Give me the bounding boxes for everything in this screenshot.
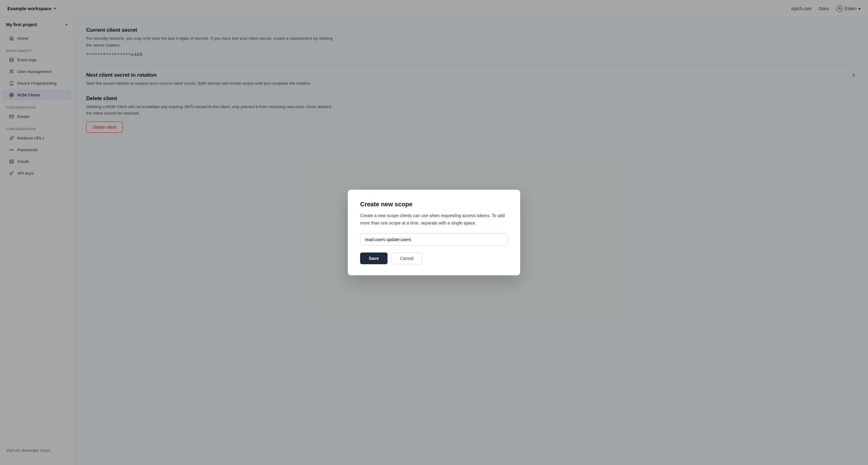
save-button[interactable]: Save (360, 253, 388, 264)
modal-description: Create a new scope clients can use when … (360, 212, 508, 226)
modal-title: Create new scope (360, 201, 508, 208)
scope-input[interactable] (360, 233, 508, 246)
cancel-button[interactable]: Cancel (391, 253, 423, 264)
modal-actions: Save Cancel (360, 253, 508, 264)
modal-overlay[interactable]: Create new scope Create a new scope clie… (0, 0, 868, 465)
create-scope-modal: Create new scope Create a new scope clie… (348, 190, 520, 275)
